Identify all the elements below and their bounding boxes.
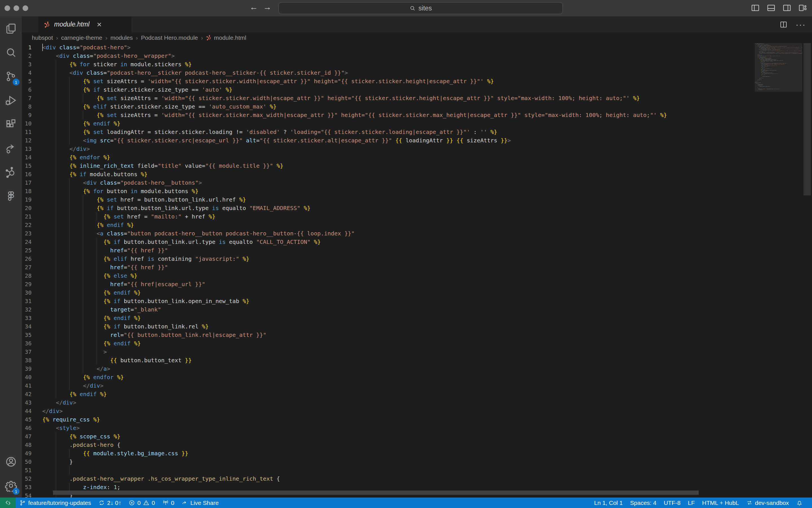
code-line[interactable]: 32 target="_blank" (22, 305, 756, 314)
minimize-window-button[interactable] (13, 5, 19, 11)
activity-bar-item-search[interactable] (0, 40, 22, 64)
code-line[interactable]: 31 {% if button.button_link.open_in_new_… (22, 297, 756, 305)
code-line[interactable]: 34 {% if button.button_link.rel %} (22, 322, 756, 331)
code-line[interactable]: 28 {% else %} (22, 271, 756, 280)
code-line[interactable]: 1<div class="podcast-hero"> (22, 43, 756, 52)
status-item-git-branch[interactable]: feature/tutoring-updates (16, 498, 95, 508)
code-line[interactable]: 14 {% endfor %} (22, 153, 756, 162)
code-line[interactable]: 20 {% if button.button_link.url.type is … (22, 204, 756, 212)
status-item-language-mode[interactable]: HTML + HubL (698, 498, 743, 508)
code-line[interactable]: 42 {% endif %} (22, 390, 756, 398)
code-line[interactable]: 23 <a class="button podcast-hero__button… (22, 229, 756, 238)
toggle-panel-icon[interactable] (766, 3, 776, 13)
code-line[interactable]: 29 href="{{ href|escape_url }}" (22, 280, 756, 288)
code-line[interactable]: 53 z-index: 1; (22, 483, 756, 491)
code-line[interactable]: 37 > (22, 348, 756, 356)
status-item-eol[interactable]: LF (684, 498, 699, 508)
code-line[interactable]: 15 {% inline_rich_text field="title" val… (22, 162, 756, 170)
toggle-primary-sidebar-icon[interactable] (751, 3, 760, 13)
code-line[interactable]: 5 {% set sizeAttrs = 'width="{{ sticker.… (22, 77, 756, 85)
activity-bar-item-settings[interactable]: 1 (0, 474, 22, 498)
code-line[interactable]: 49 {{ module.style.bg_image.css }} (22, 449, 756, 458)
code-line[interactable]: 2 <div class="podcast-hero__wrapper"> (22, 52, 756, 60)
vertical-scrollbar[interactable] (804, 43, 811, 195)
status-item-problems[interactable]: 00 (125, 498, 159, 508)
code-line[interactable]: 18 {% for button in module.buttons %} (22, 187, 756, 195)
code-line[interactable]: 27 href="{{ href }}" (22, 263, 756, 271)
code-line[interactable]: 25 href="{{ href }}" (22, 246, 756, 255)
status-item-sync-changes[interactable]: 2↓ 0↑ (95, 498, 125, 508)
split-editor-icon[interactable] (779, 20, 788, 29)
code-line[interactable]: 38 {{ button.button_text }} (22, 356, 756, 365)
horizontal-scrollbar[interactable] (53, 491, 699, 495)
code-line[interactable]: 52 .podcast-hero__wrapper .hs_cos_wrappe… (22, 474, 756, 483)
status-item-indentation[interactable]: Spaces: 4 (627, 498, 660, 508)
breadcrumb-item[interactable]: hubspot (32, 34, 53, 41)
status-item-notifications[interactable] (793, 498, 806, 508)
activity-bar-item-run-and-debug[interactable] (0, 88, 22, 112)
code-line[interactable]: 48 .podcast-hero { (22, 440, 756, 449)
code-line[interactable]: 51 (22, 466, 756, 474)
toggle-secondary-sidebar-icon[interactable] (782, 3, 792, 13)
activity-bar-item-live-share[interactable] (0, 136, 22, 160)
status-item-remote-indicator[interactable] (0, 498, 16, 508)
activity-bar-item-account[interactable] (0, 450, 22, 474)
activity-bar-item-source-control[interactable]: 1 (0, 64, 22, 88)
breadcrumb-item[interactable]: Podcast Hero.module (141, 34, 198, 41)
zoom-window-button[interactable] (23, 5, 28, 11)
navigate-back-button[interactable]: ← (248, 2, 259, 12)
code-line[interactable]: 22 {% endif %} (22, 221, 756, 229)
activity-bar-item-explorer[interactable] (0, 16, 22, 40)
customize-layout-icon[interactable] (798, 3, 808, 13)
code-line[interactable]: 35 rel="{{ button.button_link.rel|escape… (22, 331, 756, 339)
minimap-slider[interactable] (755, 43, 802, 92)
code-line[interactable]: 3 {% for sticker in module.stickers %} (22, 60, 756, 69)
editor-area[interactable]: 1<div class="podcast-hero">2 <div class=… (22, 43, 812, 498)
code-line[interactable]: 30 {% endif %} (22, 288, 756, 297)
code-line[interactable]: 40 {% endfor %} (22, 373, 756, 381)
code-line[interactable]: 46 <style> (22, 424, 756, 432)
code-line[interactable]: 45{% require_css %} (22, 415, 756, 424)
code-line[interactable]: 13 </div> (22, 144, 756, 153)
navigate-forward-button[interactable]: → (262, 2, 273, 12)
more-actions-icon[interactable]: ··· (796, 20, 806, 29)
command-center-search[interactable]: sites (279, 2, 563, 14)
code-line[interactable]: 11 {% set loadingAttr = sticker.sticker.… (22, 128, 756, 136)
code-line[interactable]: 36 {% endif %} (22, 339, 756, 348)
close-tab-icon[interactable]: × (97, 20, 102, 29)
activity-bar-item-figma[interactable] (0, 184, 22, 208)
close-window-button[interactable] (4, 5, 10, 11)
code-line[interactable]: 39 </a> (22, 365, 756, 373)
code-line[interactable]: 21 {% set href = "mailto:" + href %} (22, 212, 756, 221)
code-line[interactable]: 41 </div> (22, 381, 756, 390)
code-line[interactable]: 44</div> (22, 407, 756, 415)
activity-bar-item-extensions[interactable] (0, 112, 22, 136)
code-line[interactable]: 17 <div class="podcast-hero__buttons"> (22, 178, 756, 187)
code-line[interactable]: 50 } (22, 458, 756, 466)
tab-module-html[interactable]: module.html × (38, 16, 131, 32)
breadcrumb-item[interactable]: carnegie-theme (61, 34, 102, 41)
code-line[interactable]: 4 <div class="podcast-hero__sticker podc… (22, 69, 756, 77)
code-line[interactable]: 19 {% set href = button.button_link.url.… (22, 195, 756, 204)
status-item-ports[interactable]: 0 (159, 498, 178, 508)
status-item-remote-sync[interactable]: dev-sandbox (743, 498, 793, 508)
code-line[interactable]: 43 </div> (22, 398, 756, 407)
code-line[interactable]: 47 {% scope_css %} (22, 432, 756, 440)
minimap[interactable]: <div class="podcast-hero"> <div class="p… (755, 43, 802, 493)
code-line[interactable]: 16 {% if module.buttons %} (22, 170, 756, 178)
status-item-cursor-position[interactable]: Ln 1, Col 1 (590, 498, 627, 508)
breadcrumb-item[interactable]: modules (111, 34, 133, 41)
code-line[interactable]: 9 {% set sizeAttrs = 'width="{{ sticker.… (22, 111, 756, 119)
code-line[interactable]: 24 {% if button.button_link.url.type is … (22, 238, 756, 246)
code-line[interactable]: 8 {% elif sticker.sticker.size_type == '… (22, 102, 756, 111)
code-line[interactable]: 33 {% endif %} (22, 314, 756, 322)
status-item-encoding[interactable]: UTF-8 (660, 498, 684, 508)
activity-bar-item-hubspot[interactable] (0, 160, 22, 184)
code-line[interactable]: 26 {% elif href is containing "javascrip… (22, 255, 756, 263)
status-item-live-share[interactable]: Live Share (178, 498, 222, 508)
code-line[interactable]: 6 {% if sticker.sticker.size_type == 'au… (22, 85, 756, 94)
breadcrumb-item[interactable]: module.html (214, 34, 246, 41)
code-line[interactable]: 7 {% set sizeAttrs = 'width="{{ sticker.… (22, 94, 756, 102)
code-line[interactable]: 12 <img src="{{ sticker.sticker.src|esca… (22, 136, 756, 144)
code-line[interactable]: 10 {% endif %} (22, 119, 756, 128)
